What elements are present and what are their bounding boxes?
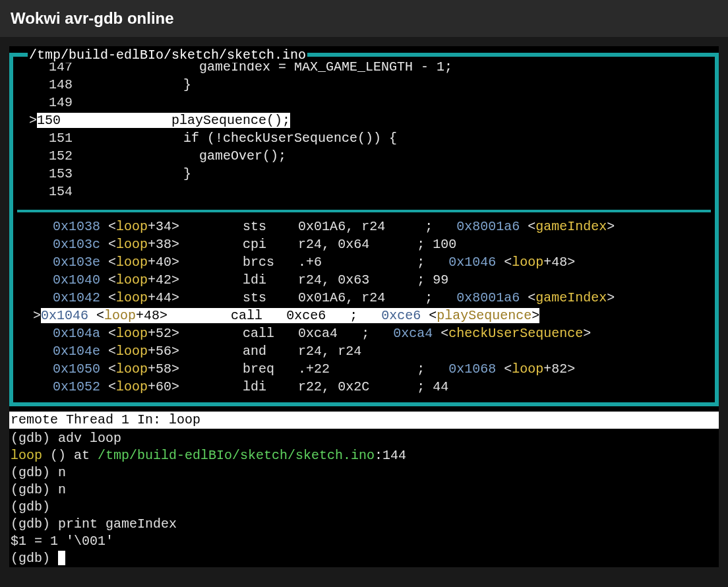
current-asm-marker: > [33, 308, 41, 323]
status-bar: remote Thread 1 In: loop [9, 412, 719, 429]
asm-line[interactable]: 0x1038 <loop+34> sts 0x01A6, r24 ; 0x800… [17, 218, 711, 235]
asm-line[interactable]: 0x1052 <loop+60> ldi r22, 0x2C ; 44 [17, 378, 711, 396]
source-frame-border: /tmp/build-edlBIo/sketch/sketch.ino 147 … [9, 53, 719, 406]
console-line[interactable]: (gdb) print gameIndex [11, 516, 717, 533]
source-line-current[interactable]: >150 playSequence(); [13, 111, 715, 129]
gdb-console[interactable]: (gdb) adv looploop () at /tmp/build-edlB… [9, 429, 719, 567]
asm-lines[interactable]: 0x1038 <loop+34> sts 0x01A6, r24 ; 0x800… [17, 212, 711, 402]
console-line[interactable]: (gdb) n [11, 464, 717, 481]
asm-line[interactable]: 0x104e <loop+56> and r24, r24 [17, 342, 711, 360]
asm-frame: 0x1038 <loop+34> sts 0x01A6, r24 ; 0x800… [17, 210, 711, 402]
source-lines[interactable]: 147 gameIndex = MAX_GAME_LENGTH - 1; 148… [13, 57, 715, 207]
source-line[interactable]: 149 [13, 94, 715, 111]
debugger-main: /tmp/build-edlBIo/sketch/sketch.ino 147 … [9, 46, 719, 567]
console-line[interactable]: loop () at /tmp/build-edlBIo/sketch/sket… [11, 447, 717, 464]
asm-line-current[interactable]: >0x1046 <loop+48> call 0xce6 ; 0xce6 <pl… [17, 307, 711, 324]
status-text: remote Thread 1 In: loop [11, 412, 200, 427]
console-line[interactable]: $1 = 1 '\001' [11, 533, 717, 550]
asm-line[interactable]: 0x1050 <loop+58> breq .+22 ; 0x1068 <loo… [17, 360, 711, 378]
page-header: Wokwi avr-gdb online [0, 0, 728, 37]
source-line[interactable]: 148 } [13, 76, 715, 94]
source-line[interactable]: 154 [13, 183, 715, 201]
console-line[interactable]: (gdb) [11, 550, 717, 567]
asm-line[interactable]: 0x1042 <loop+44> sts 0x01A6, r24 ; 0x800… [17, 289, 711, 307]
asm-line[interactable]: 0x1040 <loop+42> ldi r24, 0x63 ; 99 [17, 271, 711, 289]
console-line[interactable]: (gdb) adv loop [11, 430, 717, 447]
asm-line[interactable]: 0x104a <loop+52> call 0xca4 ; 0xca4 <che… [17, 324, 711, 342]
page-title: Wokwi avr-gdb online [11, 9, 174, 27]
current-line-marker: > [13, 111, 37, 129]
asm-line[interactable]: 0x103c <loop+38> cpi r24, 0x64 ; 100 [17, 235, 711, 253]
source-line[interactable]: 152 gameOver(); [13, 147, 715, 165]
console-line[interactable]: (gdb) n [11, 481, 717, 499]
source-line[interactable]: 153 } [13, 165, 715, 183]
source-line[interactable]: 151 if (!checkUserSequence()) { [13, 129, 715, 147]
source-frame: /tmp/build-edlBIo/sketch/sketch.ino 147 … [9, 46, 719, 406]
asm-line[interactable]: 0x103e <loop+40> brcs .+6 ; 0x1046 <loop… [17, 253, 711, 271]
cursor-icon [58, 551, 65, 565]
source-file-path: /tmp/build-edlBIo/sketch/sketch.ino [28, 47, 307, 63]
console-line[interactable]: (gdb) [11, 499, 717, 516]
